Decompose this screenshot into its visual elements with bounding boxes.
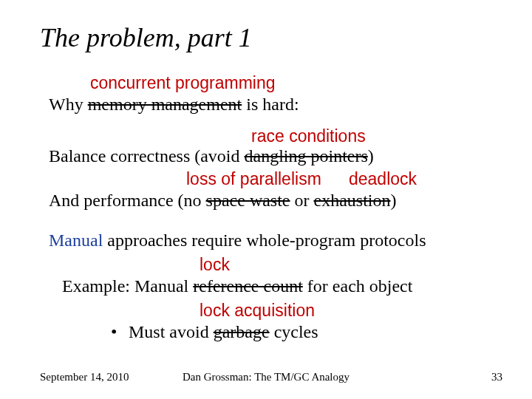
text: Why [49, 95, 88, 114]
text: Example: Manual [62, 276, 193, 296]
line-example-manual: Example: Manual reference count for each… [62, 275, 412, 297]
line-and-performance: And performance (no space waste or exhau… [49, 189, 397, 211]
annotation-lock: lock [200, 254, 230, 276]
struck-reference-count: reference count [193, 276, 303, 296]
text: ) [368, 146, 374, 166]
annotation-race-conditions: race conditions [251, 126, 366, 147]
footer: September 14, 2010 Dan Grossman: The TM/… [0, 371, 532, 386]
annotation-loss-of-parallelism: loss of parallelism [186, 168, 321, 190]
text: for each object [303, 276, 413, 296]
line-balance-correctness: Balance correctness (avoid dangling poin… [49, 145, 374, 167]
slide: The problem, part 1 concurrent programmi… [0, 0, 532, 399]
struck-garbage: garbage [214, 322, 270, 341]
annotation-concurrent-programming: concurrent programming [90, 72, 276, 94]
text: ) [391, 191, 397, 210]
struck-space-waste: space waste [206, 191, 290, 210]
text: cycles [270, 322, 318, 341]
text-manual: Manual [49, 231, 103, 250]
footer-center: Dan Grossman: The TM/GC Analogy [0, 371, 532, 383]
annotation-lock-acquisition: lock acquisition [200, 300, 315, 321]
bullet-icon: • [111, 321, 124, 343]
annotation-deadlock: deadlock [349, 168, 417, 190]
line-why-hard: Why memory management is hard: [49, 93, 299, 115]
text: And performance (no [49, 191, 206, 210]
text: is hard: [242, 95, 299, 114]
text: or [290, 191, 314, 210]
text: approaches require whole-program protoco… [103, 231, 426, 250]
struck-dangling-pointers: dangling pointers [245, 146, 368, 166]
struck-exhaustion: exhaustion [314, 191, 391, 210]
footer-page: 33 [491, 371, 502, 383]
struck-memory-management: memory management [88, 95, 242, 114]
text: Must avoid [124, 322, 214, 341]
slide-title: The problem, part 1 [40, 22, 252, 53]
line-bullet-must-avoid: • Must avoid garbage cycles [111, 321, 318, 343]
line-manual-approaches: Manual approaches require whole-program … [49, 229, 426, 251]
text: Balance correctness (avoid [49, 146, 245, 166]
